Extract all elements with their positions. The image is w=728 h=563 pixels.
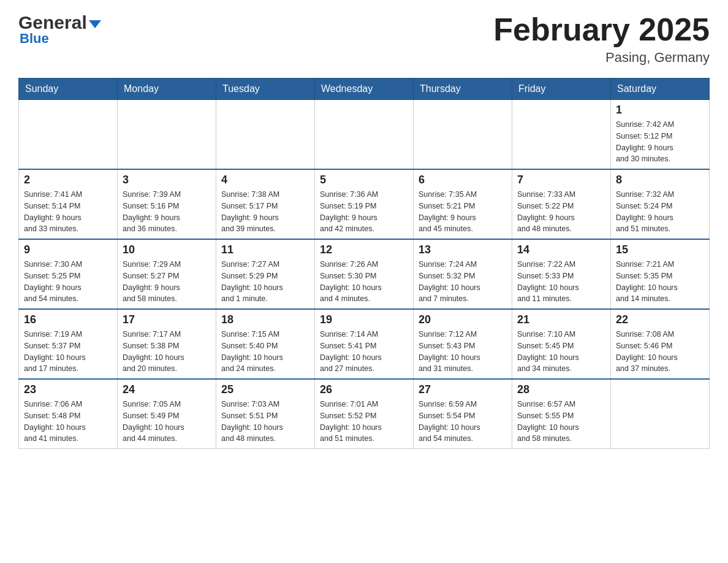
calendar-cell-w4-d5: 28Sunrise: 6:57 AMSunset: 5:55 PMDayligh… — [512, 379, 611, 449]
day-number: 12 — [320, 243, 408, 256]
day-info: Sunrise: 7:42 AMSunset: 5:12 PMDaylight:… — [616, 119, 704, 165]
calendar-cell-w0-d5 — [512, 100, 611, 170]
day-info: Sunrise: 7:29 AMSunset: 5:27 PMDaylight:… — [123, 259, 211, 305]
day-info: Sunrise: 7:30 AMSunset: 5:25 PMDaylight:… — [24, 259, 112, 305]
day-info: Sunrise: 7:24 AMSunset: 5:32 PMDaylight:… — [419, 259, 507, 305]
week-row-4: 23Sunrise: 7:06 AMSunset: 5:48 PMDayligh… — [19, 379, 710, 449]
day-number: 10 — [123, 243, 211, 256]
calendar-cell-w1-d5: 7Sunrise: 7:33 AMSunset: 5:22 PMDaylight… — [512, 169, 611, 239]
calendar-cell-w2-d0: 9Sunrise: 7:30 AMSunset: 5:25 PMDaylight… — [19, 239, 118, 309]
calendar-cell-w3-d3: 19Sunrise: 7:14 AMSunset: 5:41 PMDayligh… — [315, 309, 414, 379]
day-info: Sunrise: 7:12 AMSunset: 5:43 PMDaylight:… — [419, 329, 507, 375]
day-number: 14 — [517, 243, 605, 256]
day-info: Sunrise: 7:35 AMSunset: 5:21 PMDaylight:… — [419, 189, 507, 235]
day-info: Sunrise: 7:27 AMSunset: 5:29 PMDaylight:… — [221, 259, 309, 305]
calendar-cell-w2-d5: 14Sunrise: 7:22 AMSunset: 5:33 PMDayligh… — [512, 239, 611, 309]
calendar-cell-w1-d2: 4Sunrise: 7:38 AMSunset: 5:17 PMDaylight… — [216, 169, 315, 239]
location: Pasing, Germany — [493, 50, 710, 66]
day-number: 3 — [123, 174, 211, 186]
calendar-cell-w4-d4: 27Sunrise: 6:59 AMSunset: 5:54 PMDayligh… — [414, 379, 512, 449]
day-number: 15 — [616, 243, 704, 256]
day-number: 18 — [221, 313, 309, 326]
page-header: General Blue February 2025 Pasing, Germa… — [18, 12, 710, 66]
day-number: 27 — [419, 383, 507, 396]
day-info: Sunrise: 7:06 AMSunset: 5:48 PMDaylight:… — [24, 399, 112, 445]
title-area: February 2025 Pasing, Germany — [493, 12, 710, 66]
calendar-cell-w3-d5: 21Sunrise: 7:10 AMSunset: 5:45 PMDayligh… — [512, 309, 611, 379]
day-number: 11 — [221, 243, 309, 256]
day-number: 22 — [616, 313, 704, 326]
header-tuesday: Tuesday — [216, 79, 315, 100]
calendar-cell-w4-d1: 24Sunrise: 7:05 AMSunset: 5:49 PMDayligh… — [118, 379, 216, 449]
day-number: 16 — [24, 313, 112, 326]
week-row-1: 2Sunrise: 7:41 AMSunset: 5:14 PMDaylight… — [19, 169, 710, 239]
header-monday: Monday — [118, 79, 216, 100]
calendar-cell-w0-d6: 1Sunrise: 7:42 AMSunset: 5:12 PMDaylight… — [611, 100, 710, 170]
week-row-0: 1Sunrise: 7:42 AMSunset: 5:12 PMDaylight… — [19, 100, 710, 170]
day-info: Sunrise: 7:17 AMSunset: 5:38 PMDaylight:… — [123, 329, 211, 375]
day-number: 1 — [616, 104, 704, 117]
day-info: Sunrise: 7:01 AMSunset: 5:52 PMDaylight:… — [320, 399, 408, 445]
calendar-cell-w2-d1: 10Sunrise: 7:29 AMSunset: 5:27 PMDayligh… — [118, 239, 216, 309]
day-info: Sunrise: 7:33 AMSunset: 5:22 PMDaylight:… — [517, 189, 605, 235]
header-friday: Friday — [512, 79, 611, 100]
day-info: Sunrise: 7:32 AMSunset: 5:24 PMDaylight:… — [616, 189, 704, 235]
calendar-header-row: Sunday Monday Tuesday Wednesday Thursday… — [19, 79, 710, 100]
calendar-cell-w0-d2 — [216, 100, 315, 170]
calendar-cell-w2-d6: 15Sunrise: 7:21 AMSunset: 5:35 PMDayligh… — [611, 239, 710, 309]
calendar-cell-w4-d3: 26Sunrise: 7:01 AMSunset: 5:52 PMDayligh… — [315, 379, 414, 449]
day-number: 5 — [320, 174, 408, 186]
calendar-cell-w4-d0: 23Sunrise: 7:06 AMSunset: 5:48 PMDayligh… — [19, 379, 118, 449]
calendar-cell-w1-d1: 3Sunrise: 7:39 AMSunset: 5:16 PMDaylight… — [118, 169, 216, 239]
day-number: 2 — [24, 174, 112, 186]
day-number: 9 — [24, 243, 112, 256]
day-info: Sunrise: 7:05 AMSunset: 5:49 PMDaylight:… — [123, 399, 211, 445]
month-title: February 2025 — [493, 12, 710, 47]
day-number: 23 — [24, 383, 112, 396]
logo-general: General — [18, 12, 87, 33]
calendar-cell-w0-d4 — [414, 100, 512, 170]
day-number: 24 — [123, 383, 211, 396]
logo-arrow-icon — [89, 20, 101, 28]
calendar-cell-w3-d1: 17Sunrise: 7:17 AMSunset: 5:38 PMDayligh… — [118, 309, 216, 379]
logo: General Blue — [18, 12, 101, 47]
day-number: 7 — [517, 174, 605, 186]
calendar-cell-w4-d6 — [611, 379, 710, 449]
day-number: 21 — [517, 313, 605, 326]
day-number: 4 — [221, 174, 309, 186]
day-number: 8 — [616, 174, 704, 186]
day-info: Sunrise: 7:41 AMSunset: 5:14 PMDaylight:… — [24, 189, 112, 235]
calendar-cell-w3-d4: 20Sunrise: 7:12 AMSunset: 5:43 PMDayligh… — [414, 309, 512, 379]
calendar-cell-w2-d4: 13Sunrise: 7:24 AMSunset: 5:32 PMDayligh… — [414, 239, 512, 309]
day-info: Sunrise: 7:03 AMSunset: 5:51 PMDaylight:… — [221, 399, 309, 445]
day-info: Sunrise: 7:22 AMSunset: 5:33 PMDaylight:… — [517, 259, 605, 305]
day-info: Sunrise: 7:08 AMSunset: 5:46 PMDaylight:… — [616, 329, 704, 375]
day-info: Sunrise: 7:14 AMSunset: 5:41 PMDaylight:… — [320, 329, 408, 375]
day-number: 19 — [320, 313, 408, 326]
day-info: Sunrise: 6:57 AMSunset: 5:55 PMDaylight:… — [517, 399, 605, 445]
day-info: Sunrise: 7:26 AMSunset: 5:30 PMDaylight:… — [320, 259, 408, 305]
header-saturday: Saturday — [611, 79, 710, 100]
day-info: Sunrise: 6:59 AMSunset: 5:54 PMDaylight:… — [419, 399, 507, 445]
header-thursday: Thursday — [414, 79, 512, 100]
day-info: Sunrise: 7:15 AMSunset: 5:40 PMDaylight:… — [221, 329, 309, 375]
header-wednesday: Wednesday — [315, 79, 414, 100]
calendar-cell-w3-d6: 22Sunrise: 7:08 AMSunset: 5:46 PMDayligh… — [611, 309, 710, 379]
calendar-cell-w1-d4: 6Sunrise: 7:35 AMSunset: 5:21 PMDaylight… — [414, 169, 512, 239]
logo-blue: Blue — [18, 31, 49, 47]
calendar-cell-w0-d1 — [118, 100, 216, 170]
calendar-cell-w1-d0: 2Sunrise: 7:41 AMSunset: 5:14 PMDaylight… — [19, 169, 118, 239]
day-number: 20 — [419, 313, 507, 326]
day-info: Sunrise: 7:38 AMSunset: 5:17 PMDaylight:… — [221, 189, 309, 235]
day-info: Sunrise: 7:36 AMSunset: 5:19 PMDaylight:… — [320, 189, 408, 235]
day-number: 13 — [419, 243, 507, 256]
day-info: Sunrise: 7:19 AMSunset: 5:37 PMDaylight:… — [24, 329, 112, 375]
header-sunday: Sunday — [19, 79, 118, 100]
day-number: 25 — [221, 383, 309, 396]
day-number: 17 — [123, 313, 211, 326]
calendar-cell-w4-d2: 25Sunrise: 7:03 AMSunset: 5:51 PMDayligh… — [216, 379, 315, 449]
calendar-cell-w0-d0 — [19, 100, 118, 170]
day-number: 28 — [517, 383, 605, 396]
calendar-cell-w3-d0: 16Sunrise: 7:19 AMSunset: 5:37 PMDayligh… — [19, 309, 118, 379]
week-row-3: 16Sunrise: 7:19 AMSunset: 5:37 PMDayligh… — [19, 309, 710, 379]
